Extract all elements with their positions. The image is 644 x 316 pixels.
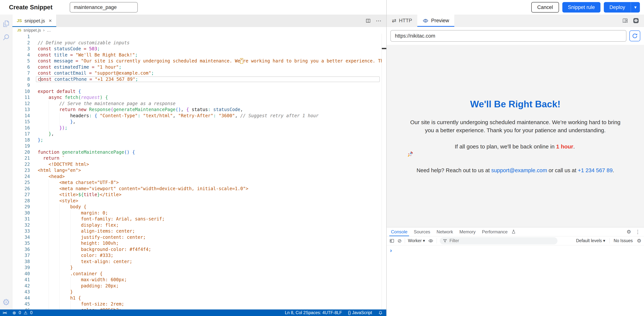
code-editor[interactable]: 12// Define your customizable inputs3con… [12, 34, 382, 309]
live-expression-eye-icon[interactable] [428, 238, 434, 244]
editor-tab-snippet-js[interactable]: JS snippet.js × [12, 15, 56, 27]
console-body[interactable]: › [387, 245, 644, 253]
url-input[interactable] [390, 30, 626, 42]
cancel-button[interactable]: Cancel [531, 2, 559, 13]
code-line[interactable]: 38 text-align: center; [12, 259, 382, 265]
code-line[interactable]: 46 color: #0056b3; [12, 307, 382, 310]
warnings-count[interactable]: 0 [30, 310, 32, 315]
search-icon[interactable] [2, 33, 10, 42]
devtools-tab[interactable]: Console [388, 227, 410, 236]
devtools-tab[interactable]: Sources [410, 227, 434, 236]
tab-preview[interactable]: Preview [417, 15, 454, 27]
code-line[interactable]: 18}; [12, 137, 382, 143]
status-item[interactable]: LF [337, 310, 342, 315]
split-editor-icon[interactable] [365, 18, 371, 24]
code-line[interactable]: 15 }, [12, 119, 382, 125]
code-line[interactable]: 9 [12, 82, 382, 88]
remote-indicator-icon[interactable]: >< [2, 310, 6, 315]
console-settings-gear-icon[interactable]: ⚙ [637, 238, 642, 243]
refresh-button[interactable] [630, 31, 640, 41]
code-line[interactable]: 43 } [12, 289, 382, 295]
notifications-bell-icon[interactable] [378, 310, 383, 315]
line-number: 32 [12, 222, 35, 228]
filter-input[interactable] [449, 238, 554, 243]
errors-icon[interactable]: ⊗ [12, 310, 16, 315]
experiments-flask-icon[interactable] [511, 227, 516, 236]
devtools-settings-gear-icon[interactable]: ⚙ [626, 229, 631, 234]
code-line[interactable]: 36 background-color: #f4f4f4; [12, 246, 382, 253]
code-line[interactable]: 8const contactPhone = "+1 234 567 89"; [12, 76, 382, 83]
issues-counter[interactable]: No Issues [614, 238, 633, 243]
console-filter[interactable] [440, 237, 558, 244]
deploy-button[interactable]: Deploy [604, 2, 631, 13]
status-item[interactable]: Ln 8, Col 2 [285, 310, 306, 315]
code-line[interactable]: 39 } [12, 264, 382, 271]
code-line[interactable]: 24 <head> [12, 174, 382, 180]
deploy-dropdown-button[interactable]: ▾ [631, 2, 640, 13]
code-line[interactable]: 4const title = "We'll Be Right Back!"; [12, 52, 382, 58]
code-line[interactable]: 23<html lang="en"> [12, 167, 382, 174]
log-levels-dropdown[interactable]: Default levels ▾ [576, 238, 605, 243]
code-line[interactable]: 41 max-width: 600px; [12, 277, 382, 283]
code-line[interactable]: 12 // Serve the maintenance page as a re… [12, 101, 382, 107]
code-line[interactable]: 5const message = "Our site is currently … [12, 58, 382, 64]
code-line[interactable]: 25 <meta charset="UTF-8"> [12, 179, 382, 186]
language-indicator[interactable]: {} JavaScript [348, 310, 372, 315]
code-line[interactable]: 14 headers: { "Content-Type": "text/html… [12, 113, 382, 119]
code-line[interactable]: 21 return ` [12, 155, 382, 161]
tab-http[interactable]: ⇄ HTTP [387, 15, 417, 27]
code-line[interactable]: 32 display: flex; [12, 222, 382, 228]
code-line[interactable]: 13 return new Response(generateMaintenan… [12, 107, 382, 113]
code-line[interactable]: 34 justify-content: center; [12, 234, 382, 240]
code-line[interactable]: 29 body { [12, 204, 382, 210]
code-line[interactable]: 30 margin: 0; [12, 210, 382, 216]
code-line[interactable]: 26 <meta name="viewport" content="width=… [12, 186, 382, 192]
snippet-name-input[interactable] [70, 2, 138, 13]
code-line[interactable]: 6const estimatedTime = "1 hour"; [12, 64, 382, 70]
phone-link[interactable]: +1 234 567 89 [578, 167, 612, 173]
console-sidebar-toggle-icon[interactable] [389, 238, 394, 243]
settings-gear-icon[interactable]: ⚙ [2, 298, 10, 306]
overview-ruler[interactable] [382, 34, 386, 309]
status-item[interactable]: UTF-8 [325, 310, 337, 315]
code-line[interactable]: 7const contactEmail = "support@example.c… [12, 70, 382, 76]
code-line[interactable]: 17 }, [12, 131, 382, 137]
snippet-rule-button[interactable]: Snippet rule [562, 2, 600, 13]
warnings-icon[interactable]: ⚠ [24, 310, 28, 315]
code-line[interactable]: 42 padding: 20px; [12, 283, 382, 289]
discord-icon[interactable] [633, 18, 639, 24]
errors-count[interactable]: 0 [19, 310, 21, 315]
code-line[interactable]: 16 }); [12, 125, 382, 131]
code-line[interactable]: 11 async fetch(request) { [12, 94, 382, 101]
code-line[interactable]: 31 font-family: Arial, sans-serif; [12, 216, 382, 222]
kebab-menu-icon[interactable]: ⋮ [635, 229, 640, 234]
code-line[interactable]: 27 <title>${title}</title> [12, 192, 382, 198]
code-line[interactable]: 2// Define your customizable inputs [12, 40, 382, 46]
code-line[interactable]: 19 [12, 143, 382, 149]
context-selector[interactable]: Worker ▾ [408, 238, 425, 243]
clear-console-icon[interactable]: ⊘ [398, 238, 402, 243]
code-line[interactable]: 37 color: #333; [12, 252, 382, 259]
code-line[interactable]: 28 <style> [12, 198, 382, 204]
code-line[interactable]: 40 .container { [12, 271, 382, 277]
code-line[interactable]: 35 height: 100vh; [12, 240, 382, 246]
code-text: }); [35, 125, 68, 131]
docs-book-icon[interactable] [622, 18, 628, 24]
close-icon[interactable]: × [49, 18, 52, 24]
code-line[interactable]: 3const statusCode = 503; [12, 46, 382, 52]
code-line[interactable]: 20function generateMaintenancePage() { [12, 149, 382, 155]
devtools-tab[interactable]: Performance [479, 227, 511, 236]
devtools-tab[interactable]: Memory [456, 227, 479, 236]
more-actions-icon[interactable]: ⋯ [376, 18, 382, 24]
breadcrumb[interactable]: JS snippet.js › … [12, 27, 386, 34]
code-line[interactable]: 10export default { [12, 88, 382, 95]
status-item[interactable]: Spaces: 4 [306, 310, 325, 315]
support-email-link[interactable]: support@example.com [491, 167, 547, 173]
files-icon[interactable] [2, 20, 10, 28]
code-line[interactable]: 22 <!DOCTYPE html> [12, 161, 382, 168]
code-line[interactable]: 45 font-size: 2rem; [12, 301, 382, 307]
devtools-tab[interactable]: Network [434, 227, 456, 236]
code-line[interactable]: 33 align-items: center; [12, 228, 382, 234]
code-line[interactable]: 44 h1 { [12, 295, 382, 301]
code-line[interactable]: 1 [12, 34, 382, 40]
